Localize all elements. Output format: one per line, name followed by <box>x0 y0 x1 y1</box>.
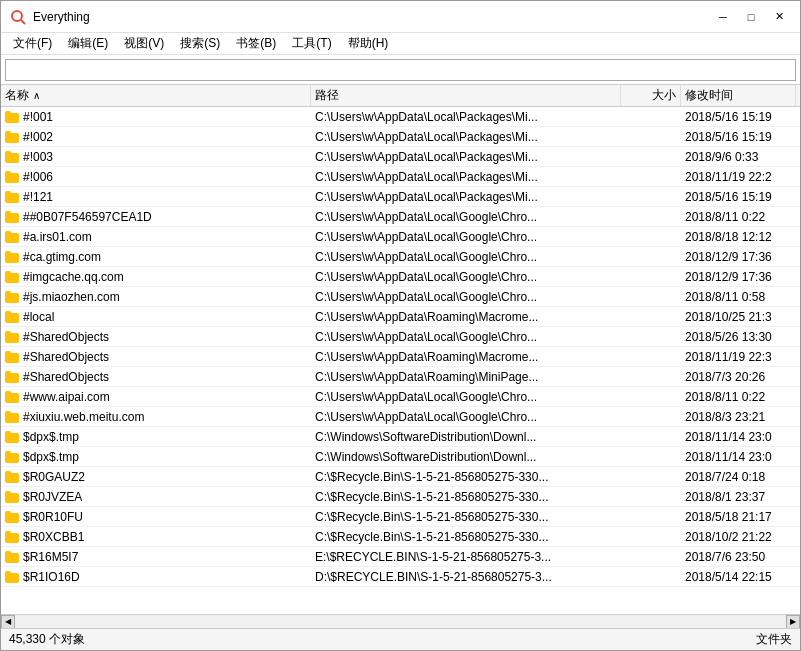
cell-size <box>621 267 681 286</box>
table-row[interactable]: #localC:\Users\w\AppData\Roaming\Macrome… <box>1 307 800 327</box>
cell-name: $R0JVZEA <box>1 487 311 506</box>
cell-size <box>621 227 681 246</box>
cell-path: C:\Users\w\AppData\Local\Packages\Mi... <box>311 147 621 166</box>
folder-icon <box>5 251 19 263</box>
cell-path: C:\Users\w\AppData\Local\Google\Chro... <box>311 327 621 346</box>
file-list: #!001C:\Users\w\AppData\Local\Packages\M… <box>1 107 800 587</box>
cell-size <box>621 127 681 146</box>
cell-path: E:\$RECYCLE.BIN\S-1-5-21-856805275-3... <box>311 547 621 566</box>
cell-path: C:\Users\w\AppData\Local\Google\Chro... <box>311 227 621 246</box>
cell-path: C:\Users\w\AppData\Local\Google\Chro... <box>311 287 621 306</box>
table-row[interactable]: #imgcache.qq.comC:\Users\w\AppData\Local… <box>1 267 800 287</box>
table-row[interactable]: #SharedObjectsC:\Users\w\AppData\Roaming… <box>1 347 800 367</box>
table-row[interactable]: #xiuxiu.web.meitu.comC:\Users\w\AppData\… <box>1 407 800 427</box>
table-row[interactable]: #ca.gtimg.comC:\Users\w\AppData\Local\Go… <box>1 247 800 267</box>
cell-date: 2018/10/25 21:3 <box>681 307 796 326</box>
table-row[interactable]: #a.irs01.comC:\Users\w\AppData\Local\Goo… <box>1 227 800 247</box>
menu-tools[interactable]: 工具(T) <box>284 33 339 54</box>
menu-view[interactable]: 视图(V) <box>116 33 172 54</box>
cell-size <box>621 407 681 426</box>
scroll-right-button[interactable]: ▶ <box>786 615 800 629</box>
cell-name: $R16M5I7 <box>1 547 311 566</box>
table-row[interactable]: $R0JVZEAC:\$Recycle.Bin\S-1-5-21-8568052… <box>1 487 800 507</box>
scroll-track[interactable] <box>15 615 786 628</box>
menu-bar: 文件(F) 编辑(E) 视图(V) 搜索(S) 书签(B) 工具(T) 帮助(H… <box>1 33 800 55</box>
menu-help[interactable]: 帮助(H) <box>340 33 397 54</box>
menu-search[interactable]: 搜索(S) <box>172 33 228 54</box>
cell-path: C:\Windows\SoftwareDistribution\Downl... <box>311 447 621 466</box>
cell-size <box>621 287 681 306</box>
column-headers: 名称 ∧ 路径 大小 修改时间 <box>1 85 800 107</box>
folder-icon <box>5 131 19 143</box>
cell-date: 2018/5/16 15:19 <box>681 127 796 146</box>
app-icon <box>9 8 27 26</box>
table-row[interactable]: #js.miaozhen.comC:\Users\w\AppData\Local… <box>1 287 800 307</box>
maximize-button[interactable]: □ <box>738 7 764 27</box>
cell-size <box>621 467 681 486</box>
folder-icon <box>5 191 19 203</box>
cell-name: #SharedObjects <box>1 367 311 386</box>
cell-name: #!121 <box>1 187 311 206</box>
folder-icon <box>5 431 19 443</box>
table-row[interactable]: #!001C:\Users\w\AppData\Local\Packages\M… <box>1 107 800 127</box>
table-row[interactable]: #!002C:\Users\w\AppData\Local\Packages\M… <box>1 127 800 147</box>
table-row[interactable]: $dpx$.tmpC:\Windows\SoftwareDistribution… <box>1 427 800 447</box>
cell-name: #SharedObjects <box>1 327 311 346</box>
folder-icon <box>5 391 19 403</box>
folder-icon <box>5 311 19 323</box>
cell-path: C:\Users\w\AppData\Local\Packages\Mi... <box>311 107 621 126</box>
table-row[interactable]: #SharedObjectsC:\Users\w\AppData\Roaming… <box>1 367 800 387</box>
svg-line-1 <box>21 20 25 24</box>
table-row[interactable]: #www.aipai.comC:\Users\w\AppData\Local\G… <box>1 387 800 407</box>
cell-name: #a.irs01.com <box>1 227 311 246</box>
table-row[interactable]: #!006C:\Users\w\AppData\Local\Packages\M… <box>1 167 800 187</box>
folder-icon <box>5 231 19 243</box>
col-header-date[interactable]: 修改时间 <box>681 85 796 106</box>
table-row[interactable]: $R0XCBB1C:\$Recycle.Bin\S-1-5-21-8568052… <box>1 527 800 547</box>
table-row[interactable]: #!003C:\Users\w\AppData\Local\Packages\M… <box>1 147 800 167</box>
folder-icon <box>5 451 19 463</box>
cell-name: ##0B07F546597CEA1D <box>1 207 311 226</box>
cell-path: C:\Users\w\AppData\Local\Packages\Mi... <box>311 127 621 146</box>
cell-path: C:\Users\w\AppData\Local\Google\Chro... <box>311 267 621 286</box>
cell-name: #!006 <box>1 167 311 186</box>
table-row[interactable]: $dpx$.tmpC:\Windows\SoftwareDistribution… <box>1 447 800 467</box>
table-row[interactable]: $R0GAUZ2C:\$Recycle.Bin\S-1-5-21-8568052… <box>1 467 800 487</box>
minimize-button[interactable]: ─ <box>710 7 736 27</box>
cell-name: $dpx$.tmp <box>1 447 311 466</box>
cell-date: 2018/8/3 23:21 <box>681 407 796 426</box>
cell-name: #xiuxiu.web.meitu.com <box>1 407 311 426</box>
folder-icon <box>5 471 19 483</box>
menu-file[interactable]: 文件(F) <box>5 33 60 54</box>
cell-name: $R0GAUZ2 <box>1 467 311 486</box>
search-input[interactable] <box>5 59 796 81</box>
table-row[interactable]: $R1IO16DD:\$RECYCLE.BIN\S-1-5-21-8568052… <box>1 567 800 587</box>
cell-date: 2018/8/11 0:58 <box>681 287 796 306</box>
cell-name: $dpx$.tmp <box>1 427 311 446</box>
close-button[interactable]: ✕ <box>766 7 792 27</box>
folder-icon <box>5 171 19 183</box>
col-header-name[interactable]: 名称 ∧ <box>1 85 311 106</box>
cell-date: 2018/7/24 0:18 <box>681 467 796 486</box>
horizontal-scrollbar[interactable]: ◀ ▶ <box>1 614 800 628</box>
table-row[interactable]: #!121C:\Users\w\AppData\Local\Packages\M… <box>1 187 800 207</box>
scroll-left-button[interactable]: ◀ <box>1 615 15 629</box>
cell-date: 2018/9/6 0:33 <box>681 147 796 166</box>
table-row[interactable]: #SharedObjectsC:\Users\w\AppData\Local\G… <box>1 327 800 347</box>
folder-icon <box>5 271 19 283</box>
cell-date: 2018/11/14 23:0 <box>681 427 796 446</box>
file-list-container[interactable]: #!001C:\Users\w\AppData\Local\Packages\M… <box>1 107 800 614</box>
table-row[interactable]: ##0B07F546597CEA1DC:\Users\w\AppData\Loc… <box>1 207 800 227</box>
sort-arrow-name: ∧ <box>33 90 40 101</box>
table-row[interactable]: $R0R10FUC:\$Recycle.Bin\S-1-5-21-8568052… <box>1 507 800 527</box>
col-header-size[interactable]: 大小 <box>621 85 681 106</box>
table-row[interactable]: $R16M5I7E:\$RECYCLE.BIN\S-1-5-21-8568052… <box>1 547 800 567</box>
menu-edit[interactable]: 编辑(E) <box>60 33 116 54</box>
cell-date: 2018/8/18 12:12 <box>681 227 796 246</box>
col-header-path[interactable]: 路径 <box>311 85 621 106</box>
cell-date: 2018/11/19 22:2 <box>681 167 796 186</box>
menu-bookmarks[interactable]: 书签(B) <box>228 33 284 54</box>
cell-name: #ca.gtimg.com <box>1 247 311 266</box>
cell-path: C:\Users\w\AppData\Local\Packages\Mi... <box>311 187 621 206</box>
cell-path: C:\Users\w\AppData\Local\Google\Chro... <box>311 387 621 406</box>
